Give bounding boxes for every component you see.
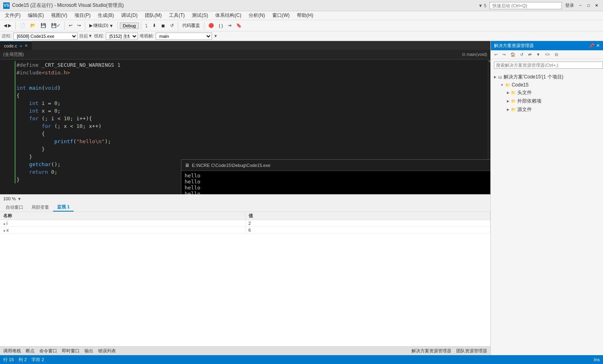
rp-back-button[interactable]: ↩: [492, 51, 500, 58]
tree-project-code15[interactable]: ▼ 📁 Code15: [499, 81, 601, 88]
login-button[interactable]: 登录: [565, 2, 574, 8]
redo-button[interactable]: ↪: [75, 22, 83, 29]
bottom-status-left-tabs: 调用堆栈 断点 命令窗口 即时窗口 输出 错误列表: [3, 348, 116, 354]
close-button[interactable]: ✕: [593, 2, 600, 9]
undo-button[interactable]: ↩: [67, 22, 74, 29]
minimize-button[interactable]: −: [577, 2, 584, 9]
tree-source-files[interactable]: ▶ 📁 源文件: [505, 105, 601, 114]
console-window[interactable]: 🖥 E:\NCRE C\Code15\Debug\Code15.exe − □ …: [181, 159, 490, 194]
console-title-text: E:\NCRE C\Code15\Debug\Code15.exe: [192, 163, 270, 168]
tab-close-button[interactable]: ✕: [25, 43, 28, 48]
process-dropdown[interactable]: [6508] Code15.exe: [13, 33, 78, 40]
rp-view-button[interactable]: <>: [543, 51, 552, 58]
editor-and-bottom: code.c ● ✕ (全局范围) ⊙ main(void) #define _…: [0, 41, 490, 355]
menu-edit[interactable]: 编辑(E): [25, 11, 47, 20]
tab-call-stack[interactable]: 调用堆栈: [3, 348, 21, 354]
stack-label: 堆栈帧:: [140, 33, 154, 39]
menu-build[interactable]: 生成(B): [95, 11, 117, 20]
back-button[interactable]: ◀ ▶: [2, 22, 13, 29]
menu-help[interactable]: 帮助(H): [294, 11, 317, 20]
rp-home-button[interactable]: 🏠: [508, 51, 517, 58]
tree-headers[interactable]: ▶ 📁 头文件: [505, 88, 601, 97]
right-panel: 解决方案资源管理器 📌 ✕ ↩ ↪ 🏠 ↺ ⇄ ▼ <> ⊟: [490, 41, 603, 355]
debug-mode-dropdown[interactable]: Debug: [120, 23, 138, 29]
restart-button[interactable]: ↺: [168, 22, 176, 29]
stack-dropdown[interactable]: main: [156, 33, 212, 40]
tree-solution[interactable]: ▶ 🗂 解决方案'Code15'(1 个项目): [492, 73, 601, 81]
bookmark-button[interactable]: 🔖: [234, 22, 244, 29]
step-into-button[interactable]: ⬇: [150, 22, 158, 29]
comment-button[interactable]: { }: [217, 22, 225, 29]
rp-filter-button[interactable]: ▼: [534, 51, 542, 58]
tab-locals[interactable]: 局部变量: [27, 204, 53, 211]
menu-window[interactable]: 窗口(W): [269, 11, 293, 20]
code-coverage-button[interactable]: 代码覆盖: [180, 21, 202, 30]
rp-pin-button[interactable]: 📌: [589, 43, 595, 48]
headers-label: 头文件: [517, 89, 532, 96]
search-bar-container: [491, 59, 603, 71]
headers-expand-icon: ▶: [507, 91, 509, 95]
menu-debug[interactable]: 调试(D): [118, 11, 141, 20]
new-file-button[interactable]: 📄: [18, 22, 27, 29]
source-icon: 📁: [511, 107, 516, 112]
menu-tools[interactable]: 工具(T): [166, 11, 188, 20]
zoom-bar: 100 % ▼: [0, 194, 490, 203]
rp-collapse-button[interactable]: ⊟: [553, 51, 560, 58]
breakpoint-button[interactable]: 🔴: [206, 22, 216, 29]
code-line-blank: [0, 76, 488, 84]
continue-button[interactable]: ▶ 继续(D) ▼: [87, 21, 115, 30]
restore-button[interactable]: □: [585, 2, 592, 9]
tab-solution-explorer[interactable]: 解决方案资源管理器: [412, 348, 451, 354]
menu-project[interactable]: 项目(P): [71, 11, 94, 20]
save-button[interactable]: 💾: [39, 22, 48, 29]
menu-arch[interactable]: 体系结构(C): [212, 11, 245, 20]
source-label: 源文件: [517, 106, 532, 113]
console-title-bar: 🖥 E:\NCRE C\Code15\Debug\Code15.exe − □ …: [181, 160, 490, 171]
watch-row-i: ⬥ i 2: [0, 220, 490, 227]
open-file-button[interactable]: 📂: [28, 22, 38, 29]
menu-team[interactable]: 团队(M): [142, 11, 165, 20]
solution-label: 解决方案'Code15'(1 个项目): [504, 74, 564, 80]
watch-col-name: 名称: [0, 212, 245, 220]
thread-dropdown[interactable]: [5152] 主线程: [106, 33, 138, 40]
console-output: hello hello hello hello hello hello hell…: [181, 171, 490, 194]
app-container: VS Code15 (正在运行) - Microsoft Visual Stud…: [0, 0, 603, 364]
save-all-button[interactable]: 💾✓: [49, 22, 62, 29]
rp-refresh-button[interactable]: ↺: [518, 51, 525, 58]
menu-test[interactable]: 测试(S): [189, 11, 211, 20]
tab-output[interactable]: 输出: [84, 348, 93, 354]
tab-error-list[interactable]: 错误列表: [98, 348, 116, 354]
stop-debug-button[interactable]: ⏹: [159, 22, 167, 29]
tab-breakpoints[interactable]: 断点: [26, 348, 35, 354]
step-over-button[interactable]: ⤵: [143, 22, 150, 29]
menu-analyze[interactable]: 分析(N): [245, 11, 268, 20]
ext-deps-icon: 📁: [511, 99, 516, 103]
rp-sync-button[interactable]: ⇄: [526, 51, 533, 58]
tab-team-explorer[interactable]: 团队资源管理器: [456, 348, 487, 354]
tab-code-c[interactable]: code.c ● ✕: [0, 41, 32, 50]
indent-button[interactable]: ⇥: [226, 22, 233, 29]
quick-launch-input[interactable]: [490, 2, 562, 9]
menu-file[interactable]: 文件(F): [2, 11, 24, 20]
rp-forward-button[interactable]: ↪: [500, 51, 508, 58]
tab-immediate[interactable]: 即时窗口: [62, 348, 80, 354]
project-label: Code15: [512, 82, 529, 88]
debug-bar: 进程: [6508] Code15.exe 挂起▼ 线程: [5152] 主线程…: [0, 31, 603, 41]
console-title-left: 🖥 E:\NCRE C\Code15\Debug\Code15.exe: [185, 162, 270, 168]
tree-external-deps[interactable]: ▶ 📁 外部依赖项: [505, 97, 601, 105]
tab-auto-window[interactable]: 自动窗口: [2, 204, 27, 211]
content-area: code.c ● ✕ (全局范围) ⊙ main(void) #define _…: [0, 41, 603, 355]
console-body: hello hello hello hello hello hello hell…: [181, 171, 490, 194]
bottom-status-right-tabs: 解决方案资源管理器 团队资源管理器: [412, 348, 487, 354]
solution-search-input[interactable]: [494, 62, 603, 69]
code-line-x: int x = 0;: [0, 107, 488, 115]
tab-command-window[interactable]: 命令窗口: [39, 348, 57, 354]
zoom-dropdown-button[interactable]: ▼: [17, 197, 21, 201]
rp-close-button[interactable]: ✕: [596, 43, 600, 48]
menu-view[interactable]: 视图(V): [48, 11, 70, 20]
change-indicator: [14, 92, 16, 99]
tab-label: code.c: [4, 43, 17, 48]
tab-dot: ●: [19, 43, 22, 48]
tab-watch-1[interactable]: 监视 1: [53, 203, 74, 212]
change-indicator: [14, 61, 16, 69]
